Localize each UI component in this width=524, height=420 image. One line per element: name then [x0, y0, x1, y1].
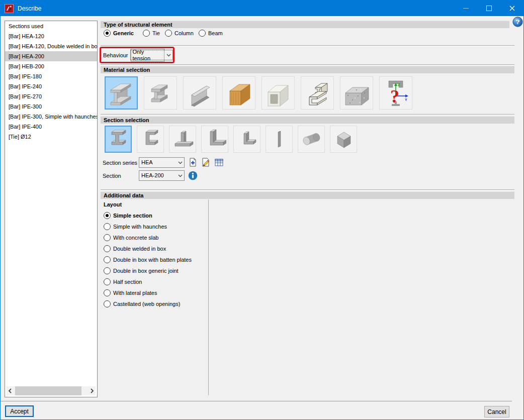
scroll-left-icon[interactable]: [7, 386, 14, 395]
layout-simple-section[interactable]: Simple section: [104, 212, 152, 219]
separator: [101, 64, 514, 65]
radio-half-section-icon[interactable]: [104, 278, 111, 285]
radio-tie[interactable]: Tie: [143, 30, 160, 37]
accept-button[interactable]: Accept: [5, 405, 34, 417]
layout-simple-with-haunches[interactable]: Simple with haunches: [104, 223, 167, 230]
section-selection-header: Section selection: [101, 116, 514, 124]
material-concrete-button[interactable]: [340, 76, 373, 110]
cancel-button[interactable]: Cancel: [484, 406, 509, 417]
list-item[interactable]: [Bar] IPE-180: [5, 71, 97, 81]
material-welded-steel-button[interactable]: [144, 76, 177, 110]
chevron-down-icon: [176, 174, 184, 177]
list-item[interactable]: [Bar] HEA-120: [5, 31, 97, 41]
additional-data-header: Additional data: [101, 191, 514, 199]
separator: [101, 114, 514, 115]
radio-simple-section-icon[interactable]: [104, 212, 111, 219]
scroll-right-icon[interactable]: [89, 386, 96, 395]
svg-text:?: ?: [515, 18, 519, 26]
chevron-down-icon: [176, 161, 184, 164]
small-angle-section-icon: [235, 128, 258, 151]
minimize-icon[interactable]: [454, 1, 477, 16]
radio-generic-icon[interactable]: [104, 30, 111, 37]
layout-double-in-box-generic-joint[interactable]: Double in box generic joint: [104, 267, 179, 274]
material-generic-material-button[interactable]: Z Y ?: [379, 76, 412, 110]
list-item[interactable]: [Tie] Ø12: [5, 132, 97, 142]
section-flat-bar-button[interactable]: [266, 126, 293, 153]
window-controls: [454, 1, 523, 16]
section-table-button[interactable]: [214, 158, 224, 168]
list-item[interactable]: [Bar] HEA-120, Double welded in box: [5, 41, 97, 51]
section-t-section-button[interactable]: [169, 126, 196, 153]
list-item[interactable]: [Bar] IPE-240: [5, 81, 97, 91]
round-bar-icon: [300, 128, 323, 151]
i-section-icon: [107, 128, 130, 151]
list-item[interactable]: [Bar] IPE-300: [5, 101, 97, 112]
behaviour-select[interactable]: Only tension: [130, 50, 173, 60]
material-selection-header: Material selection: [101, 66, 514, 73]
section-channel-button[interactable]: [137, 126, 164, 153]
list-item[interactable]: [Bar] IPE-300, Simple with haunches: [5, 112, 97, 122]
radio-column-icon[interactable]: [165, 30, 172, 37]
radio-tie-icon[interactable]: [143, 30, 150, 37]
radio-double-welded-in-box-icon[interactable]: [104, 245, 111, 252]
radio-simple-with-haunches-icon[interactable]: [104, 223, 111, 230]
section-series-select[interactable]: HEA: [139, 157, 185, 168]
edit-section-series-button[interactable]: [201, 158, 211, 168]
radio-generic[interactable]: Generic: [104, 30, 134, 37]
material-cold-formed-steel-button[interactable]: [183, 76, 216, 110]
concrete-icon: [341, 78, 372, 108]
layout-with-lateral-plates[interactable]: With lateral plates: [104, 289, 157, 296]
footer: Accept Cancel: [1, 401, 523, 419]
separator: [101, 189, 514, 190]
maximize-icon[interactable]: [477, 1, 500, 16]
radio-with-lateral-plates-icon[interactable]: [104, 289, 111, 296]
section-round-bar-button[interactable]: [298, 126, 325, 153]
behaviour-label: Behaviour: [103, 52, 128, 58]
radio-column[interactable]: Column: [165, 30, 194, 37]
close-icon[interactable]: [500, 1, 523, 16]
list-item-selected[interactable]: [Bar] HEA-200: [5, 51, 97, 61]
chevron-down-icon: [164, 54, 172, 57]
app-icon: [5, 4, 14, 13]
layout-double-in-box-batten-plates[interactable]: Double in box with batten plates: [104, 256, 192, 263]
material-rolled-steel-button[interactable]: [105, 76, 138, 110]
material-timber-button[interactable]: [222, 76, 255, 110]
radio-beam[interactable]: Beam: [199, 30, 223, 37]
material-generic-tube-button[interactable]: [261, 76, 295, 110]
list-item[interactable]: [Bar] HEB-200: [5, 61, 97, 71]
generic-tube-icon: [263, 78, 293, 108]
add-icon: [188, 158, 198, 167]
section-select[interactable]: HEA-200: [139, 170, 185, 181]
title-bar: Describe: [1, 1, 523, 16]
layout-castellated[interactable]: Castellated (web openings): [104, 300, 180, 307]
radio-castellated-icon[interactable]: [104, 300, 111, 307]
list-item[interactable]: [Bar] IPE-400: [5, 122, 97, 132]
edit-icon: [201, 158, 211, 167]
scrollbar-thumb[interactable]: [15, 386, 81, 395]
layout-double-welded-in-box[interactable]: Double welded in box: [104, 245, 166, 252]
material-extruded-aluminium-button[interactable]: [301, 76, 334, 110]
section-i-section-button[interactable]: [105, 126, 132, 153]
section-small-angle-button[interactable]: [233, 126, 260, 153]
radio-double-in-box-batten-plates-icon[interactable]: [104, 256, 111, 263]
info-icon: [188, 171, 198, 180]
generic-material-icon: Z Y ?: [381, 78, 411, 108]
section-series-row: Section series HEA: [103, 157, 224, 168]
behaviour-highlight-annotation: Behaviour Only tension: [100, 47, 174, 63]
add-section-series-button[interactable]: [188, 158, 198, 168]
radio-double-in-box-generic-joint-icon[interactable]: [104, 267, 111, 274]
list-item[interactable]: [Bar] IPE-270: [5, 91, 97, 101]
square-bar-icon: [332, 128, 355, 151]
radio-with-concrete-slab-icon[interactable]: [104, 234, 111, 241]
layout-with-concrete-slab[interactable]: With concrete slab: [104, 234, 158, 241]
cold-formed-steel-icon: [185, 78, 215, 108]
extruded-aluminium-icon: [302, 78, 332, 108]
layout-half-section[interactable]: Half section: [104, 278, 142, 285]
section-square-bar-button[interactable]: [330, 126, 357, 153]
section-info-button[interactable]: [188, 171, 198, 181]
svg-text:?: ?: [390, 86, 399, 107]
horizontal-scrollbar[interactable]: [7, 386, 96, 395]
radio-beam-icon[interactable]: [199, 30, 206, 37]
section-angle-button[interactable]: [201, 126, 228, 153]
channel-section-icon: [139, 128, 162, 151]
